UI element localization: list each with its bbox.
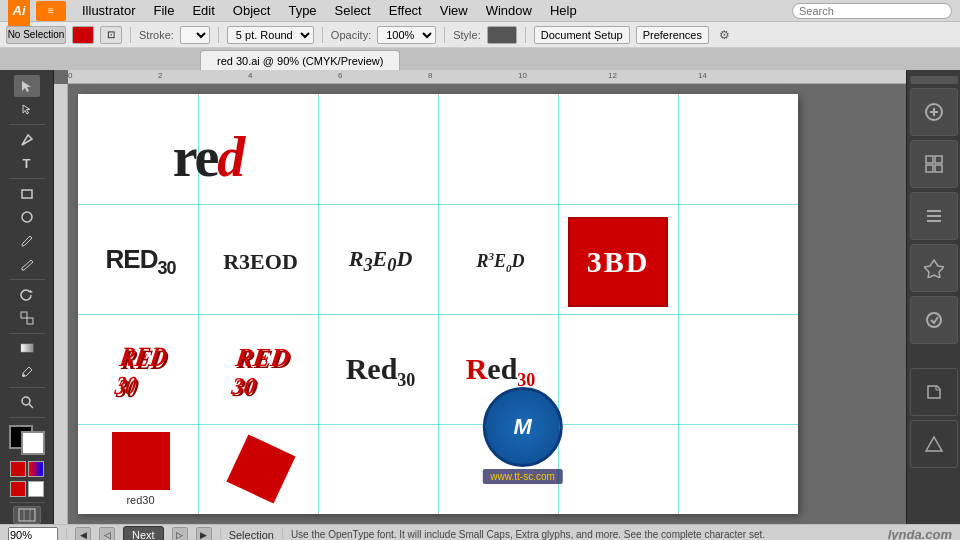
panel-grip — [910, 76, 958, 84]
scale-tool[interactable] — [14, 307, 40, 329]
panel-btn-2[interactable] — [910, 140, 958, 188]
menu-select[interactable]: Select — [327, 1, 379, 20]
svg-rect-3 — [27, 318, 33, 324]
svg-rect-12 — [926, 156, 933, 163]
ruler-top: 0 2 4 6 8 10 12 14 — [68, 70, 906, 84]
logo-R3E0D-italic: R3E0D — [323, 209, 438, 314]
grid-v-5 — [678, 94, 679, 514]
background-color[interactable] — [21, 431, 45, 455]
style-swatch[interactable] — [487, 26, 517, 44]
svg-line-7 — [29, 404, 33, 408]
panel-btn-5[interactable] — [910, 296, 958, 344]
nav-prev-button[interactable]: ◀ — [75, 527, 91, 541]
svg-point-6 — [22, 397, 30, 405]
main-logo-text: red — [173, 129, 244, 185]
svg-rect-2 — [21, 312, 27, 318]
eyedropper-tool[interactable] — [14, 361, 40, 383]
ruler-mark-8: 8 — [428, 71, 432, 80]
ruler-mark-0: 0 — [68, 71, 72, 80]
white-swatch[interactable] — [28, 481, 44, 497]
tool-status-label: Selection — [229, 529, 274, 541]
brush-size-select[interactable]: 5 pt. Round — [227, 26, 314, 44]
tab-label: red 30.ai @ 90% (CMYK/Preview) — [217, 55, 383, 67]
logo-red-square-1: red30 — [83, 429, 198, 509]
panel-btn-4[interactable] — [910, 244, 958, 292]
stroke-select[interactable] — [180, 26, 210, 44]
status-sep-1 — [66, 528, 67, 541]
tool-divider-1 — [9, 124, 45, 125]
artboard-button[interactable] — [13, 506, 41, 525]
separator-3 — [322, 27, 323, 43]
lynda-badge: lynda.com — [888, 527, 952, 540]
canvas-area[interactable]: 0 2 4 6 8 10 12 14 — [54, 70, 906, 524]
pencil-tool[interactable] — [14, 253, 40, 275]
logo-RED30-bold: RED30 — [83, 209, 198, 314]
next-button[interactable]: Next — [123, 526, 164, 541]
menu-object[interactable]: Object — [225, 1, 279, 20]
color-mode-row-2 — [10, 481, 44, 497]
fill-color-swatch[interactable] — [72, 26, 94, 44]
status-bar: ◀ ◁ Next ▷ ▶ Selection Use the OpenType … — [0, 524, 960, 540]
panel-btn-6[interactable] — [910, 368, 958, 416]
settings-icon[interactable]: ⚙ — [719, 28, 730, 42]
nav-prev-step-button[interactable]: ◁ — [99, 527, 115, 541]
nav-next-step-button[interactable]: ▷ — [172, 527, 188, 541]
main-layout: T — [0, 70, 960, 524]
pen-tool[interactable] — [14, 129, 40, 151]
doc-setup-button[interactable]: Document Setup — [534, 26, 630, 44]
paintbrush-tool[interactable] — [14, 230, 40, 252]
gradient-tool[interactable] — [14, 338, 40, 360]
preferences-button[interactable]: Preferences — [636, 26, 709, 44]
search-input[interactable] — [792, 3, 952, 19]
type-tool[interactable]: T — [14, 152, 40, 174]
panel-btn-1[interactable] — [910, 88, 958, 136]
right-panel — [906, 70, 960, 524]
logo-red-square-2 — [203, 429, 318, 509]
selection-tool[interactable] — [14, 75, 40, 97]
menu-effect[interactable]: Effect — [381, 1, 430, 20]
ellipse-tool[interactable] — [14, 206, 40, 228]
tool-divider-7 — [9, 502, 45, 503]
red-swatch-2[interactable] — [10, 481, 26, 497]
menu-help[interactable]: Help — [542, 1, 585, 20]
left-toolbar: T — [0, 70, 54, 524]
menu-window[interactable]: Window — [478, 1, 540, 20]
svg-point-5 — [22, 374, 25, 377]
nav-next-button[interactable]: ▶ — [196, 527, 212, 541]
logo-3D-italic-1: RED 30 — [83, 319, 198, 424]
ruler-mark-14: 14 — [698, 71, 707, 80]
svg-point-1 — [22, 212, 32, 222]
separator-4 — [444, 27, 445, 43]
app-logo: Ai — [8, 0, 30, 22]
menu-type[interactable]: Type — [280, 1, 324, 20]
document-tab[interactable]: red 30.ai @ 90% (CMYK/Preview) — [200, 50, 400, 70]
zoom-tool[interactable] — [14, 392, 40, 414]
direct-selection-tool[interactable] — [14, 99, 40, 121]
ruler-mark-10: 10 — [518, 71, 527, 80]
zoom-input[interactable] — [8, 527, 58, 541]
ruler-left — [54, 84, 68, 524]
panel-btn-7[interactable] — [910, 420, 958, 468]
ai-icon: Ai — [8, 0, 30, 28]
menu-items: Illustrator File Edit Object Type Select… — [74, 1, 792, 20]
red-swatch[interactable] — [10, 461, 26, 477]
app-badge: ≡ — [36, 1, 66, 21]
menu-illustrator[interactable]: Illustrator — [74, 1, 143, 20]
menu-file[interactable]: File — [145, 1, 182, 20]
ruler-mark-12: 12 — [608, 71, 617, 80]
svg-point-16 — [927, 313, 941, 327]
opacity-label: Opacity: — [331, 29, 371, 41]
status-sep-2 — [220, 528, 221, 541]
ruler-mark-6: 6 — [338, 71, 342, 80]
gradient-swatch[interactable] — [28, 461, 44, 477]
main-logo-area: red — [93, 109, 323, 204]
panel-btn-3[interactable] — [910, 192, 958, 240]
menu-view[interactable]: View — [432, 1, 476, 20]
menu-edit[interactable]: Edit — [184, 1, 222, 20]
rectangle-tool[interactable] — [14, 183, 40, 205]
ruler-mark-4: 4 — [248, 71, 252, 80]
opacity-select[interactable]: 100% — [377, 26, 436, 44]
color-selector[interactable] — [9, 425, 45, 455]
stroke-icon[interactable]: ⊡ — [100, 26, 122, 44]
rotate-tool[interactable] — [14, 284, 40, 306]
